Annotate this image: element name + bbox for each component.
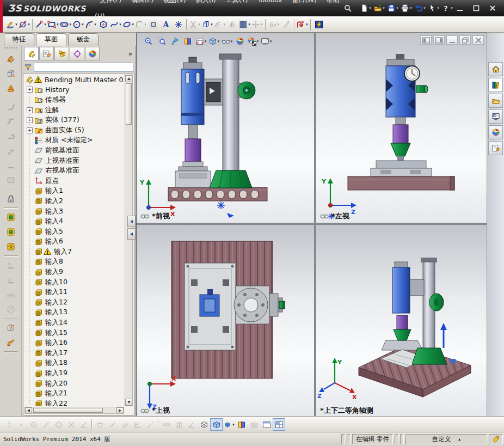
hem-button[interactable] [3, 129, 19, 143]
design-library-button[interactable] [488, 78, 503, 92]
tree-row[interactable]: 输入17 [25, 348, 124, 358]
tree-row[interactable]: 上视基准面 [25, 156, 124, 166]
menu-item-1[interactable]: 编辑(E) [126, 0, 158, 4]
viewport-divider-horizontal[interactable] [137, 223, 487, 225]
snap-angle-button[interactable] [77, 418, 90, 431]
dropdown-arrow-icon[interactable]: ▾ [232, 423, 235, 427]
dropdown-arrow-icon[interactable]: ▾ [82, 22, 84, 27]
drag-handle-button[interactable] [2, 418, 15, 431]
dropdown-arrow-icon[interactable]: ▾ [423, 6, 426, 10]
scroll-right-button[interactable] [116, 407, 124, 413]
section-view-button[interactable] [181, 34, 194, 48]
unfold-button[interactable] [3, 258, 19, 272]
tree-row[interactable]: 输入1 [25, 186, 124, 197]
toolbar-grip[interactable] [5, 47, 17, 50]
view-settings-button[interactable]: ▾ [260, 34, 273, 48]
open-button[interactable]: ▾ [372, 2, 386, 15]
tree-row[interactable]: +曲面实体 (5) [25, 125, 124, 136]
tree-row[interactable]: 输入21 [25, 388, 124, 399]
expand-icon[interactable]: + [27, 127, 33, 133]
tree-row[interactable]: 输入9 [25, 267, 124, 277]
straight-slot-button[interactable]: ▾ [59, 18, 72, 30]
viewport-top[interactable]: X Z *上视 [137, 225, 314, 417]
save-button[interactable]: ▾ [386, 2, 399, 15]
corner-rectangle-button[interactable]: ▾ [47, 18, 59, 30]
snap-center-button[interactable] [27, 418, 40, 431]
tree-row[interactable]: 输入15 [25, 328, 124, 338]
vent-button[interactable] [3, 239, 19, 254]
dropdown-arrow-icon[interactable]: ▾ [44, 22, 46, 27]
dropdown-arrow-icon[interactable]: ▾ [451, 6, 453, 10]
tree-row[interactable]: 输入16 [25, 338, 124, 348]
tree-row[interactable]: +实体 (377) [25, 115, 124, 125]
tree-row[interactable]: +A注解 [25, 105, 124, 115]
tree-row[interactable]: 输入20 [25, 378, 124, 389]
tree-row[interactable]: 输入6 [25, 237, 124, 247]
doc-close-button[interactable] [472, 35, 484, 45]
custom-dropdown[interactable]: 自定义 ▴ [405, 434, 487, 444]
viewport-isometric[interactable]: Y X Z *上下二等角轴测 [316, 225, 487, 417]
snap-point-button[interactable] [15, 418, 27, 431]
snap-intersection-button[interactable] [65, 418, 77, 431]
minimize-button[interactable] [454, 4, 466, 13]
tree-row[interactable]: 输入22 [25, 399, 124, 406]
tree-row[interactable]: 输入12 [25, 297, 124, 308]
tree-row[interactable]: 输入14 [25, 317, 124, 328]
dropdown-arrow-icon[interactable]: ▾ [231, 39, 233, 44]
insert-bends-button[interactable] [3, 335, 19, 350]
tree-row[interactable]: 输入4 [25, 216, 124, 227]
tree-row[interactable]: 前视基准面 [25, 145, 124, 156]
line-button[interactable]: ▾ [34, 18, 47, 30]
display-style-button[interactable]: ▾ [207, 34, 220, 48]
smart-dimension-button[interactable]: ▾ [18, 18, 30, 30]
view-palette-button[interactable] [488, 109, 503, 124]
help-button[interactable]: ?▾ [440, 2, 454, 15]
scroll-thumb[interactable] [33, 408, 103, 413]
doc-restore-button[interactable] [459, 35, 471, 45]
tree-row[interactable]: 输入2 [25, 196, 124, 206]
custom-properties-button[interactable] [488, 141, 503, 155]
pane-right-button[interactable] [433, 35, 445, 45]
viewport-front[interactable]: Y X ▾▾▾▾▾ *前视 [137, 33, 314, 223]
tree-row[interactable]: 输入8 [25, 257, 124, 267]
shaded-with-edges-button[interactable] [210, 418, 223, 431]
edit-appearance-button[interactable] [233, 34, 247, 48]
tree-row[interactable]: 右视基准面 [25, 166, 124, 176]
flatten-button[interactable] [3, 287, 19, 302]
dropdown-arrow-icon[interactable]: ▾ [257, 39, 259, 44]
pane-left-button[interactable] [420, 35, 432, 45]
tree-row[interactable]: 输入7 [25, 247, 124, 257]
tree-row[interactable]: 传感器 [25, 95, 124, 105]
collapse-panel-button[interactable] [127, 216, 136, 227]
dropdown-arrow-icon[interactable]: ▾ [383, 6, 385, 10]
dropdown-arrow-icon[interactable]: ▾ [410, 6, 412, 10]
apply-scene-button[interactable]: ▾ [247, 34, 260, 48]
tree-horizontal-scrollbar[interactable] [24, 407, 124, 414]
tree-row[interactable]: 输入11 [25, 287, 124, 297]
hide-show-items-button[interactable]: ▾ [220, 34, 233, 48]
convert-to-sheetmetal-button[interactable] [3, 66, 19, 81]
jog-button[interactable] [3, 143, 19, 158]
dropdown-arrow-icon[interactable]: ▾ [69, 22, 71, 27]
close-button[interactable] [487, 4, 499, 13]
undo-button[interactable]: ▾ [413, 2, 427, 15]
tab-0[interactable]: 特征 [4, 33, 34, 46]
search-icon[interactable] [343, 4, 352, 13]
fold-button[interactable] [3, 272, 19, 287]
dropdown-arrow-icon[interactable]: ▾ [57, 22, 59, 27]
menu-item-3[interactable]: 插入(I) [191, 0, 221, 4]
dropdown-arrow-icon[interactable]: ▾ [205, 39, 207, 44]
viewport-left[interactable]: Y Z *左视 [316, 33, 487, 223]
snap-grid-button[interactable] [173, 418, 185, 431]
menu-item-4[interactable]: 工具(T) [221, 0, 253, 4]
viewport-divider-vertical[interactable] [314, 33, 316, 417]
simple-hole-button[interactable] [3, 224, 19, 239]
zoom-to-area-button[interactable] [155, 34, 168, 48]
scroll-up-button[interactable] [125, 75, 132, 82]
configurationmanager-button[interactable] [54, 47, 69, 60]
previous-view-button[interactable] [168, 34, 181, 48]
tree-filter-input[interactable] [34, 63, 133, 72]
tree-row[interactable]: +History [25, 85, 124, 95]
maximize-button[interactable] [470, 4, 482, 13]
sketched-bend-button[interactable] [3, 158, 19, 173]
